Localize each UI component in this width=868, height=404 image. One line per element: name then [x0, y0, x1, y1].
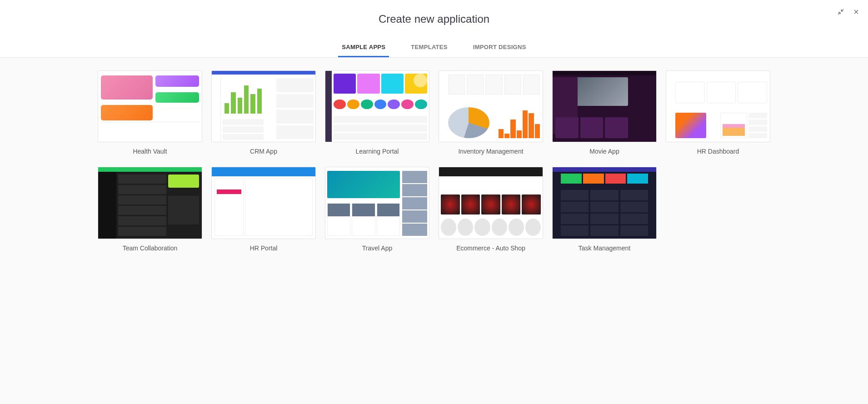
app-label: Learning Portal: [325, 148, 429, 155]
app-thumbnail: [98, 167, 202, 239]
app-thumbnail: [211, 70, 316, 142]
app-card-team-collab[interactable]: Team Collaboration: [98, 167, 202, 251]
tab-sample-apps[interactable]: SAMPLE APPS: [338, 38, 389, 57]
app-thumbnail: [325, 70, 429, 142]
content-area: Health Vault CRM App: [0, 58, 868, 404]
app-card-inventory[interactable]: Inventory Management: [439, 70, 543, 155]
app-label: Health Vault: [98, 148, 202, 155]
close-icon[interactable]: [853, 8, 860, 15]
app-label: Ecommerce - Auto Shop: [439, 244, 543, 252]
tab-import-designs[interactable]: IMPORT DESIGNS: [469, 38, 530, 57]
app-label: Travel App: [325, 244, 429, 252]
app-label: CRM App: [211, 148, 316, 155]
dialog-header: Create new application: [0, 0, 868, 25]
minimize-icon[interactable]: [837, 8, 844, 15]
app-label: HR Dashboard: [666, 148, 770, 155]
app-thumbnail: [666, 70, 770, 142]
app-thumbnail: [211, 167, 316, 239]
app-thumbnail: [439, 70, 543, 142]
app-grid: Health Vault CRM App: [98, 70, 770, 252]
app-card-ecommerce[interactable]: Ecommerce - Auto Shop: [439, 167, 543, 251]
app-card-task-mgmt[interactable]: Task Management: [552, 167, 657, 251]
app-card-learning-portal[interactable]: Learning Portal: [325, 70, 429, 155]
app-card-hr-portal[interactable]: HR Portal: [211, 167, 316, 251]
app-label: Movie App: [552, 148, 657, 155]
app-card-movie[interactable]: Movie App: [552, 70, 657, 155]
app-card-health-vault[interactable]: Health Vault: [98, 70, 202, 155]
app-label: Task Management: [552, 244, 657, 252]
dialog-title: Create new application: [0, 13, 868, 25]
app-label: Inventory Management: [439, 148, 543, 155]
app-card-travel[interactable]: Travel App: [325, 167, 429, 251]
app-label: Team Collaboration: [98, 244, 202, 252]
app-card-crm[interactable]: CRM App: [211, 70, 316, 155]
app-thumbnail: [98, 70, 202, 142]
app-thumbnail: [552, 70, 657, 142]
app-label: HR Portal: [211, 244, 316, 252]
tab-templates[interactable]: TEMPLATES: [407, 38, 451, 57]
app-thumbnail: [439, 167, 543, 239]
tab-bar: SAMPLE APPS TEMPLATES IMPORT DESIGNS: [0, 38, 868, 58]
app-thumbnail: [552, 167, 657, 239]
dialog-controls: [837, 8, 860, 15]
app-card-hr-dashboard[interactable]: HR Dashboard: [666, 70, 770, 155]
app-thumbnail: [325, 167, 429, 239]
